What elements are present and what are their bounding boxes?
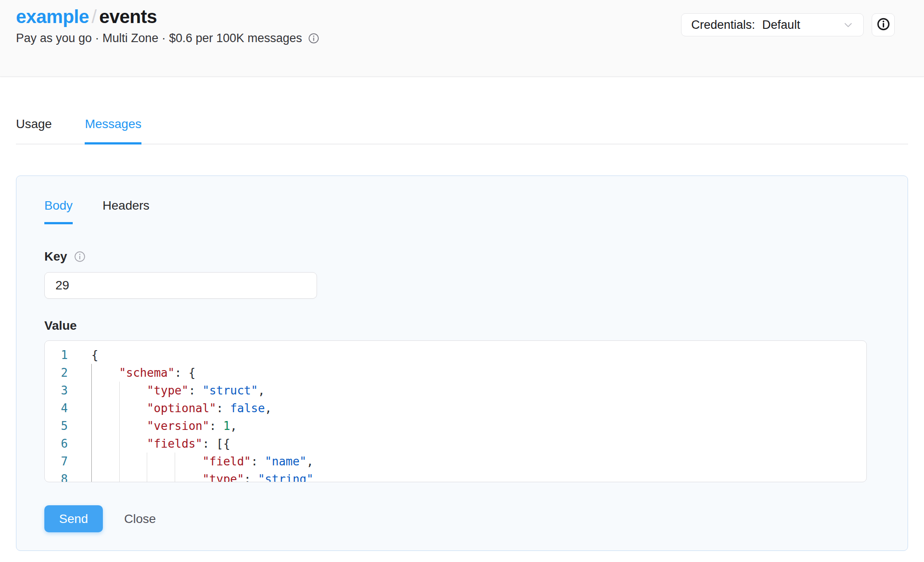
code-token-punct: : {: [175, 366, 196, 379]
code-token-key: "type": [147, 384, 188, 397]
info-icon[interactable]: [74, 251, 86, 262]
credentials-selected-value: Default: [762, 18, 800, 32]
indent-guide: [91, 399, 119, 417]
produce-message-panel: Body Headers Key Value 1{2"schema": {3"t…: [16, 176, 908, 551]
indent-guide: [175, 453, 203, 470]
indent-guide: [91, 382, 119, 399]
code-token-punct: :: [188, 384, 202, 397]
code-token-punct: ,: [230, 419, 237, 433]
code-token-string: "string": [258, 472, 313, 482]
plan-subtitle-row: Pay as you go · Multi Zone · $0.6 per 10…: [16, 30, 319, 46]
code-line: 5"version": 1,: [45, 417, 866, 435]
code-token-punct: :: [209, 419, 223, 433]
code-token-key: "optional": [147, 402, 216, 415]
indent-guide: [91, 417, 119, 435]
cluster-info-button[interactable]: [872, 13, 895, 36]
close-button[interactable]: Close: [124, 512, 156, 526]
code-token-key: "type": [202, 472, 244, 482]
code-line: 2"schema": {: [45, 364, 866, 382]
indent-guide: [147, 470, 175, 482]
send-button[interactable]: Send: [44, 505, 103, 532]
value-label-row: Value: [44, 318, 908, 333]
line-number: 7: [45, 453, 73, 470]
line-number: 1: [45, 346, 73, 364]
code-lines: 1{2"schema": {3"type": "struct",4"option…: [45, 346, 866, 482]
code-token-punct: ,: [258, 384, 265, 397]
indent-guide: [119, 417, 147, 435]
code-line: 7"field": "name",: [45, 453, 866, 470]
credentials-select[interactable]: Credentials: Default: [681, 13, 864, 36]
topic-tabs: Usage Messages: [16, 117, 908, 144]
indent-guide: [119, 382, 147, 399]
page-header: example/events Pay as you go · Multi Zon…: [0, 0, 924, 77]
indent-guide: [119, 435, 147, 453]
indent-guide: [91, 364, 119, 382]
key-input[interactable]: [44, 272, 317, 299]
tab-body[interactable]: Body: [44, 198, 73, 224]
value-label: Value: [44, 318, 77, 333]
message-part-tabs: Body Headers: [44, 198, 908, 224]
credentials-label: Credentials:: [691, 18, 755, 32]
indent-guide: [91, 453, 119, 470]
line-number: 4: [45, 399, 73, 417]
line-number: 3: [45, 382, 73, 399]
code-token-keyword: false: [230, 402, 265, 415]
code-line: 8"type": "string": [45, 470, 866, 482]
key-label: Key: [44, 249, 67, 264]
code-line: 3"type": "struct",: [45, 382, 866, 399]
indent-guide: [119, 470, 147, 482]
code-line: 4"optional": false,: [45, 399, 866, 417]
code-token-punct: :: [251, 455, 265, 468]
main-content: Usage Messages Body Headers Key Value 1{…: [0, 117, 924, 551]
breadcrumb: example/events: [16, 4, 319, 29]
code-line: 1{: [45, 346, 866, 364]
code-token-punct: {: [91, 348, 98, 362]
indent-guide: [119, 453, 147, 470]
line-number: 6: [45, 435, 73, 453]
line-number: 5: [45, 417, 73, 435]
key-label-row: Key: [44, 249, 908, 264]
code-token-key: "fields": [147, 437, 202, 450]
code-token-punct: :: [216, 402, 230, 415]
header-left: example/events Pay as you go · Multi Zon…: [16, 4, 319, 46]
actions-row: Send Close: [44, 505, 908, 532]
code-token-punct: :: [244, 472, 258, 482]
indent-guide: [147, 453, 175, 470]
code-token-punct: : [{: [202, 437, 230, 450]
tab-usage[interactable]: Usage: [16, 117, 52, 142]
breadcrumb-separator: /: [89, 6, 99, 27]
code-token-key: "version": [147, 419, 209, 433]
line-number: 2: [45, 364, 73, 382]
info-icon[interactable]: [308, 33, 319, 44]
indent-guide: [91, 470, 119, 482]
plan-subtitle: Pay as you go · Multi Zone · $0.6 per 10…: [16, 30, 302, 46]
line-number: 8: [45, 470, 73, 482]
tab-headers[interactable]: Headers: [102, 198, 149, 222]
breadcrumb-cluster-link[interactable]: example: [16, 6, 89, 27]
page-title: events: [99, 6, 157, 27]
indent-guide: [91, 435, 119, 453]
code-token-string: "struct": [202, 384, 258, 397]
chevron-down-icon: [842, 19, 854, 31]
indent-guide: [119, 399, 147, 417]
indent-guide: [175, 470, 203, 482]
code-token-key: "schema": [119, 366, 175, 379]
code-token-string: "name": [265, 455, 306, 468]
code-line: 6"fields": [{: [45, 435, 866, 453]
header-right: Credentials: Default: [681, 13, 895, 36]
value-code-editor[interactable]: 1{2"schema": {3"type": "struct",4"option…: [44, 340, 867, 482]
code-token-number: 1: [223, 419, 230, 433]
code-token-punct: ,: [306, 455, 313, 468]
info-icon: [877, 17, 890, 33]
code-token-key: "field": [202, 455, 251, 468]
code-token-punct: ,: [265, 402, 272, 415]
tab-messages[interactable]: Messages: [85, 117, 141, 144]
